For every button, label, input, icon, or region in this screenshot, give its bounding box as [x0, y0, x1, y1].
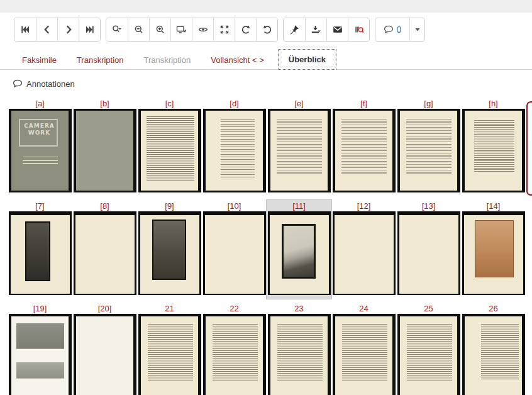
zoom-out-button[interactable] [128, 18, 149, 41]
barcode-search-icon [354, 25, 364, 35]
download-button[interactable] [305, 18, 326, 41]
zoom-in-icon [155, 25, 165, 35]
page-cell-12[interactable]: [12] [331, 200, 396, 299]
next-page-button[interactable] [57, 18, 79, 41]
page-thumbnail[interactable] [462, 211, 525, 295]
page-label: 23 [267, 304, 331, 313]
rotate-right-button[interactable] [256, 18, 277, 41]
page-thumbnail[interactable] [268, 314, 331, 395]
page-cell-14[interactable]: [14] [461, 200, 526, 299]
comments-menu-button[interactable] [409, 18, 424, 41]
page-label: [h] [462, 99, 525, 108]
page-label: 24 [332, 304, 396, 313]
page-thumbnail[interactable] [74, 109, 136, 192]
page-label: [11] [267, 202, 331, 211]
page-cell-23[interactable]: 23 [267, 303, 331, 395]
download-caret-icon [311, 25, 321, 35]
zoom-out-icon [134, 25, 144, 35]
page-cell-g[interactable]: [g] [396, 97, 461, 196]
page-label: [14] [462, 202, 525, 211]
previous-page-button[interactable] [36, 18, 57, 41]
page-thumbnail[interactable] [462, 314, 525, 395]
page-thumbnail[interactable] [9, 211, 72, 295]
zoom-in-button[interactable] [149, 18, 170, 41]
page-label: [9] [138, 202, 201, 211]
page-thumbnail[interactable] [9, 314, 72, 395]
page-thumbnail[interactable] [138, 211, 201, 295]
page-cell-13[interactable]: [13] [396, 200, 461, 299]
rotate-left-button[interactable] [235, 18, 256, 41]
first-page-button[interactable] [14, 18, 36, 41]
fulltext-search-button[interactable] [348, 18, 369, 41]
page-cell-b[interactable]: [b] [72, 97, 137, 196]
page-cell-21[interactable]: 21 [137, 303, 202, 395]
page-thumbnail[interactable] [333, 211, 396, 295]
page-cell-e[interactable]: [e] [267, 97, 331, 196]
page-thumbnail[interactable] [333, 314, 396, 395]
pin-button[interactable] [284, 18, 305, 41]
eye-icon [198, 25, 208, 35]
thumbnail-row: [a]CAMERA WORK[b][c][d][e][f][g][h] [8, 97, 532, 196]
page-thumbnail[interactable] [74, 211, 136, 295]
page-label: [10] [202, 202, 266, 211]
page-thumbnail[interactable] [397, 109, 460, 192]
zoom-view-group [106, 18, 278, 42]
page-cell-h[interactable]: [h] [461, 97, 526, 196]
rotate-left-icon [241, 25, 251, 35]
page-label: 25 [397, 304, 460, 313]
page-cell-22[interactable]: 22 [202, 303, 267, 395]
tab-faksimile[interactable]: Faksimile [16, 51, 63, 69]
comment-count: 0 [397, 25, 402, 35]
page-thumbnail[interactable] [74, 314, 136, 395]
cover-subtitle-lines [23, 157, 58, 165]
page-cell-8[interactable]: [8] [72, 200, 137, 299]
comments-group: 0 [375, 18, 425, 42]
first-page-icon [20, 25, 30, 35]
page-thumbnail[interactable] [397, 314, 460, 395]
page-cell-7[interactable]: [7] [8, 200, 72, 299]
fullscreen-button[interactable] [213, 18, 235, 41]
page-cell-19[interactable]: [19] [8, 303, 72, 395]
page-cell-9[interactable]: [9] [137, 200, 202, 299]
page-thumbnail[interactable]: CAMERA WORK [9, 109, 72, 192]
page-cell-c[interactable]: [c] [137, 97, 202, 196]
page-cell-20[interactable]: [20] [72, 303, 137, 395]
page-cell-a[interactable]: [a]CAMERA WORK [8, 97, 72, 196]
comments-button[interactable]: 0 [375, 18, 409, 41]
tab-vollansicht[interactable]: Vollansicht < > [204, 51, 270, 69]
zoom-select-button[interactable] [106, 18, 128, 41]
monitor-shrink-icon [176, 25, 187, 35]
page-cell-f[interactable]: [f] [331, 97, 396, 196]
view-mode-button[interactable] [192, 18, 213, 41]
magnifier-caret-icon [112, 25, 122, 35]
page-cell-24[interactable]: 24 [331, 303, 396, 395]
page-cell-11[interactable]: [11] [267, 200, 331, 299]
page-cell-d[interactable]: [d] [202, 97, 267, 196]
page-cell-10[interactable]: [10] [202, 200, 267, 299]
page-label: 22 [202, 304, 266, 313]
page-label: [8] [73, 202, 136, 211]
page-thumbnail[interactable] [138, 109, 201, 192]
next-page-icon [64, 25, 74, 35]
tab-transkription-1[interactable]: Transkription [70, 51, 130, 69]
page-cell-26[interactable]: 26 [461, 303, 526, 395]
page-navigation-group [14, 18, 101, 42]
page-thumbnail[interactable] [203, 211, 266, 295]
rotate-right-icon [262, 25, 272, 35]
annotations-link[interactable]: Annotationen [13, 79, 532, 89]
last-page-button[interactable] [79, 18, 100, 41]
email-button[interactable] [326, 18, 348, 41]
page-thumbnail[interactable] [138, 314, 201, 395]
page-thumbnail[interactable] [333, 109, 396, 192]
page-thumbnail[interactable] [462, 109, 525, 192]
fit-to-screen-button[interactable] [170, 18, 192, 41]
page-cell-25[interactable]: 25 [396, 303, 461, 395]
tab-ueberblick[interactable]: Überblick [278, 49, 336, 70]
page-thumbnail[interactable] [203, 314, 266, 395]
page-thumbnail[interactable] [203, 109, 266, 192]
page-thumbnail[interactable] [268, 109, 331, 192]
page-thumbnail[interactable] [268, 211, 331, 295]
thumbnail-row: [19][20]212223242526 [8, 303, 532, 395]
page-thumbnail[interactable] [397, 211, 460, 295]
offscreen-panel-edge [526, 101, 532, 196]
